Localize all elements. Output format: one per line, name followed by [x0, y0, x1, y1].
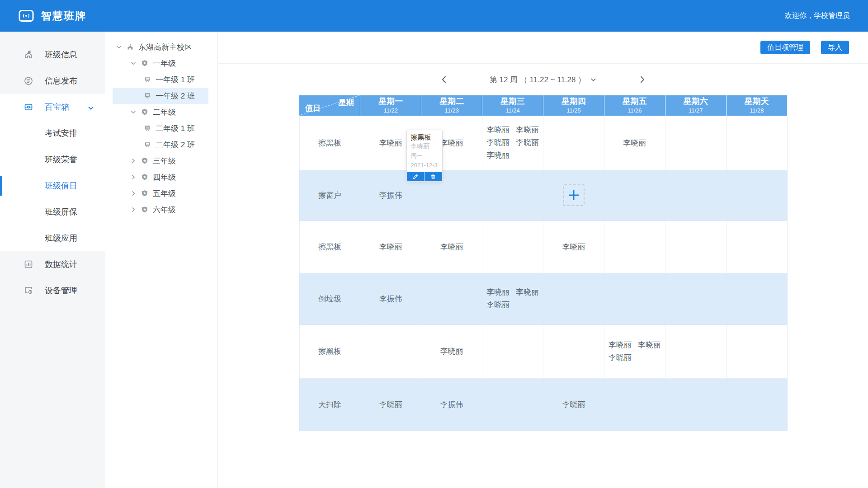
duty-assignment-cell[interactable] [726, 116, 787, 170]
duty-assignment-cell[interactable]: 李晓丽李晓丽李晓丽 [604, 324, 665, 378]
duty-assignment-cell[interactable]: 李振伟 [360, 273, 421, 324]
edit-button[interactable] [407, 172, 425, 181]
duty-assignment-cell[interactable]: 李晓丽 [604, 116, 665, 170]
duty-assignment-cell[interactable] [665, 378, 726, 431]
duty-assignment-cell[interactable] [604, 170, 665, 221]
duty-assignment-cell[interactable] [482, 324, 543, 378]
tree-item[interactable]: 一年级 1 班 [113, 71, 208, 88]
duty-assignment-cell[interactable] [543, 116, 604, 170]
table-row: 大扫除李晓丽李振伟李晓丽 [299, 378, 787, 431]
duty-assignment-cell[interactable]: 李晓丽李晓丽李晓丽李晓丽李晓丽 [482, 116, 543, 170]
duty-assignment-cell[interactable]: 李晓丽 [421, 324, 482, 378]
table-day-header: 星期五11/26 [604, 95, 665, 116]
duty-assignment-cell[interactable] [543, 170, 604, 221]
duty-assignment-cell[interactable] [726, 273, 787, 324]
toolbar: 值日项管理 导入 [218, 32, 868, 64]
student-name: 李振伟 [379, 191, 402, 200]
sidebar-item-device-mgmt[interactable]: 设备管理 [0, 277, 105, 304]
chevron-right-icon[interactable] [130, 158, 137, 164]
sidebar-item-class-honor[interactable]: 班级荣誉 [0, 146, 105, 173]
broadcast-screen-icon [19, 9, 34, 22]
duty-assignment-cell[interactable]: 李晓丽 [360, 378, 421, 431]
duty-assignment-cell[interactable]: 李晓丽 [543, 221, 604, 273]
pencil-icon [413, 174, 418, 179]
sidebar-item-class-info[interactable]: 班级信息 [0, 42, 105, 68]
table-row: 擦窗户李振伟 [299, 170, 787, 221]
duty-assignment-cell[interactable] [726, 221, 787, 273]
chevron-left-icon[interactable] [437, 72, 452, 87]
duty-assignment-cell[interactable] [665, 324, 726, 378]
duty-assignment-cell[interactable]: 李振伟 [421, 378, 482, 431]
announcement-icon [24, 76, 33, 86]
duty-assignment-cell[interactable] [482, 221, 543, 273]
week-selector[interactable]: 第 12 周 （ 11.22 ~ 11.28 ） [490, 75, 597, 85]
duty-assignment-cell[interactable] [604, 221, 665, 273]
duty-assignment-cell[interactable]: 李晓丽 [421, 221, 482, 273]
duty-assignment-cell[interactable] [665, 273, 726, 324]
table-day-header: 星期天11/28 [726, 95, 787, 116]
sidebar-item-class-duty[interactable]: 班级值日 [0, 173, 105, 199]
tree-item[interactable]: 二年级 [113, 104, 208, 120]
sidebar-subitem-label: 班级屏保 [45, 206, 77, 217]
sidebar-item-exam-schedule[interactable]: 考试安排 [0, 120, 105, 146]
duty-item-manage-button[interactable]: 值日项管理 [760, 41, 810, 54]
week-navigation: 第 12 周 （ 11.22 ~ 11.28 ） [299, 64, 788, 95]
delete-button[interactable] [425, 172, 442, 181]
sidebar: 班级信息 信息发布 百宝箱 [0, 32, 105, 488]
duty-table: 星期值日星期一11/22星期二11/23星期三11/24星期四11/25星期五1… [299, 95, 788, 431]
chevron-down-icon[interactable] [116, 44, 122, 50]
sidebar-item-label: 百宝箱 [45, 102, 69, 113]
student-name: 李晓丽 [379, 243, 402, 251]
duty-assignment-cell[interactable]: 李晓丽 [543, 378, 604, 431]
bar-chart-icon [24, 259, 33, 269]
duty-assignment-cell[interactable] [482, 170, 543, 221]
duty-assignment-cell[interactable]: 李晓丽 [360, 221, 421, 273]
duty-assignment-cell[interactable] [482, 378, 543, 431]
duty-assignment-cell[interactable] [543, 273, 604, 324]
duty-assignment-cell[interactable] [543, 324, 604, 378]
student-name: 李晓丽 [516, 126, 539, 134]
duty-assignment-cell[interactable] [604, 273, 665, 324]
chevron-right-icon[interactable] [130, 206, 137, 213]
sidebar-item-class-apps[interactable]: 班级应用 [0, 225, 105, 251]
sidebar-item-class-screensaver[interactable]: 班级屏保 [0, 199, 105, 225]
duty-assignment-cell[interactable] [665, 221, 726, 273]
duty-assignment-cell[interactable]: 李晓丽李晓丽李晓丽 [482, 273, 543, 324]
tree-item[interactable]: 四年级 [113, 169, 208, 185]
duty-assignment-cell[interactable] [604, 378, 665, 431]
student-name-list: 李晓丽李晓丽李晓丽 [486, 286, 539, 311]
grade-icon [141, 108, 148, 116]
tree-item[interactable]: 二年级 1 班 [113, 120, 208, 136]
student-name: 李晓丽 [623, 139, 646, 147]
corner-week-label: 星期 [338, 98, 354, 108]
tree-item[interactable]: 五年级 [113, 185, 208, 202]
sidebar-item-data-stats[interactable]: 数据统计 [0, 251, 105, 277]
duty-assignment-cell[interactable] [421, 273, 482, 324]
tree-item[interactable]: 一年级 [113, 55, 208, 71]
sidebar-subitem-label: 班级值日 [45, 180, 77, 191]
add-duty-button[interactable] [563, 184, 585, 206]
tree-item-label: 二年级 1 班 [156, 123, 195, 134]
chevron-down-icon[interactable] [130, 60, 137, 66]
sidebar-item-toolbox[interactable]: 百宝箱 [0, 94, 105, 120]
duty-assignment-cell[interactable] [665, 116, 726, 170]
student-name: 李晓丽 [440, 347, 463, 356]
chevron-right-icon[interactable] [130, 174, 137, 180]
tree-item[interactable]: 东湖高新主校区 [113, 39, 208, 55]
duty-assignment-cell[interactable] [665, 170, 726, 221]
chevron-right-icon[interactable] [635, 72, 649, 87]
sidebar-item-info-publish[interactable]: 信息发布 [0, 68, 105, 94]
duty-assignment-cell[interactable] [360, 324, 421, 378]
duty-assignment-cell[interactable] [726, 378, 787, 431]
tree-item-label: 四年级 [153, 172, 176, 183]
student-name: 李晓丽 [486, 288, 509, 296]
tree-item[interactable]: 六年级 [113, 202, 208, 218]
chevron-down-icon[interactable] [130, 109, 137, 115]
tree-item[interactable]: 一年级 2 班 [113, 88, 208, 104]
chevron-right-icon[interactable] [130, 190, 137, 197]
tree-item[interactable]: 三年级 [113, 153, 208, 169]
duty-assignment-cell[interactable] [726, 170, 787, 221]
duty-assignment-cell[interactable] [726, 324, 787, 378]
tree-item[interactable]: 二年级 2 班 [113, 136, 208, 153]
import-button[interactable]: 导入 [821, 41, 849, 54]
